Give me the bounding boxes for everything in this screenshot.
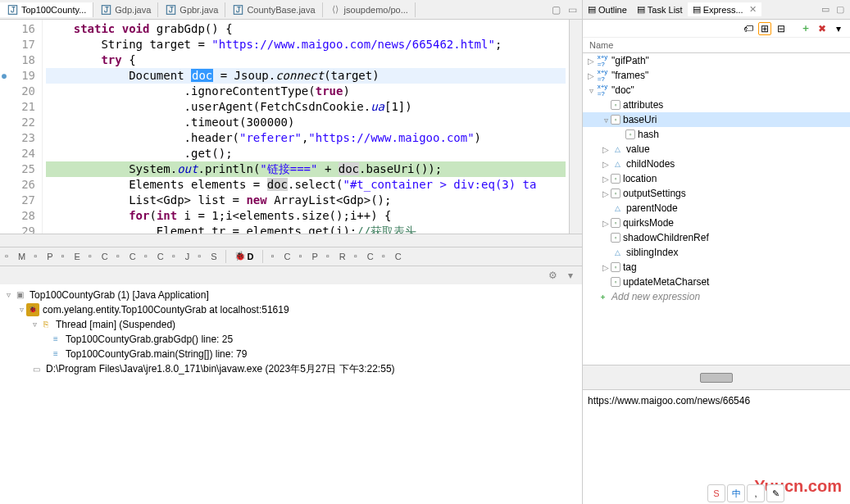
editor-tab[interactable]: ⟨⟩jsoupdemo/po... bbox=[323, 2, 416, 17]
twisty-icon[interactable]: ▷ bbox=[601, 219, 611, 228]
view-tab[interactable]: ▤Task List bbox=[632, 2, 688, 16]
twisty-icon[interactable]: ▿ bbox=[30, 320, 39, 329]
remove-expression-icon[interactable]: ✖ bbox=[816, 22, 829, 35]
debug-view[interactable]: ▿▣Top100CountyGrab (1) [Java Application… bbox=[0, 284, 582, 505]
vertical-scrollbar[interactable] bbox=[569, 20, 582, 234]
toolbar-button[interactable]: ▫M bbox=[5, 251, 25, 262]
twisty-icon[interactable]: ▷ bbox=[601, 175, 611, 184]
os-taskbar-hint: S 中 , ✎ bbox=[707, 484, 784, 502]
toolbar-button[interactable]: ▫C bbox=[89, 251, 108, 262]
editor-tab[interactable]: 🄹Top100County... bbox=[0, 2, 93, 17]
expression-item[interactable]: ◦attributes bbox=[583, 98, 850, 112]
toolbar-button[interactable]: ▫P bbox=[34, 251, 52, 262]
twisty-icon[interactable] bbox=[586, 293, 596, 302]
add-expression-row[interactable]: ＋Add new expression bbox=[583, 289, 850, 304]
toolbar-button[interactable]: 🐞D bbox=[234, 251, 254, 262]
expression-item[interactable]: ▷x+y=?"gifPath" bbox=[583, 53, 850, 68]
twisty-icon[interactable] bbox=[616, 130, 625, 139]
expression-item[interactable]: ▿x+y=?"doc" bbox=[583, 83, 850, 98]
toolbar-button[interactable]: ▫C bbox=[144, 251, 164, 262]
launch-label: Top100CountyGrab (1) [Java Application] bbox=[30, 289, 209, 301]
twisty-icon[interactable] bbox=[601, 101, 611, 110]
view-tab[interactable]: ▤Express...✕ bbox=[688, 2, 761, 16]
tab-label: Top100County... bbox=[21, 5, 86, 15]
field-icon: ◦ bbox=[611, 174, 620, 184]
expression-item[interactable]: ▷△childNodes bbox=[583, 157, 850, 171]
twisty-icon[interactable]: ▷ bbox=[601, 189, 611, 198]
minimize-icon[interactable]: ▭ bbox=[819, 3, 832, 16]
editor-tab[interactable]: 🄹CountyBase.java bbox=[225, 2, 322, 17]
frame-label[interactable]: Top100CountyGrab.grabGdp() line: 25 bbox=[66, 334, 233, 345]
breakpoint-icon[interactable]: ● bbox=[2, 68, 7, 84]
editor-tab[interactable]: 🄹Gdp.java bbox=[93, 2, 158, 17]
add-expression-icon[interactable]: ＋ bbox=[799, 22, 812, 35]
toolbar-label: C bbox=[130, 252, 136, 261]
expression-item[interactable]: ▷◦quirksMode bbox=[583, 216, 850, 230]
twisty-icon[interactable]: ▿ bbox=[3, 290, 13, 299]
java-file-icon: 🄹 bbox=[165, 4, 176, 16]
show-logical-icon[interactable]: ⊞ bbox=[758, 22, 771, 35]
expression-item[interactable]: △siblingIndex bbox=[583, 245, 850, 260]
debug-tool-2-icon[interactable]: ▾ bbox=[564, 269, 577, 282]
expression-item[interactable]: ▷◦location bbox=[583, 171, 850, 186]
expression-item[interactable]: ◦updateMetaCharset bbox=[583, 275, 850, 289]
twisty-icon[interactable]: ▷ bbox=[586, 71, 596, 80]
twisty-icon[interactable]: ▷ bbox=[601, 145, 611, 154]
expression-item[interactable]: ▷x+y=?"frames" bbox=[583, 68, 850, 83]
line-number: 29 bbox=[2, 224, 35, 234]
toolbar-button[interactable]: ▫C bbox=[354, 251, 374, 262]
twisty-icon[interactable]: ▿ bbox=[601, 116, 611, 125]
toolbar-button[interactable]: ▫E bbox=[61, 251, 80, 262]
maximize-icon[interactable]: ▢ bbox=[549, 3, 562, 16]
expression-item[interactable]: ◦hash bbox=[583, 127, 850, 142]
maximize-icon[interactable]: ▢ bbox=[834, 3, 847, 16]
toolbar-button[interactable]: ▫R bbox=[326, 251, 346, 262]
expression-item[interactable]: ▷△value bbox=[583, 142, 850, 157]
toolbar-button[interactable]: ▫C bbox=[116, 251, 136, 262]
show-type-icon[interactable]: 🏷 bbox=[742, 22, 755, 35]
toolbar-button[interactable]: ▫C bbox=[271, 251, 291, 262]
toolbar-button[interactable]: ▫S bbox=[198, 251, 216, 262]
twisty-icon[interactable]: ▿ bbox=[586, 86, 596, 95]
frame-label[interactable]: Top100CountyGrab.main(String[]) line: 79 bbox=[66, 348, 247, 360]
field-icon: ◦ bbox=[611, 115, 620, 125]
line-number: 20 bbox=[2, 84, 35, 99]
twisty-icon[interactable]: ▷ bbox=[601, 263, 611, 272]
view-tab-label: Express... bbox=[703, 5, 743, 15]
toolbar-button[interactable]: ▫P bbox=[298, 251, 317, 262]
editor-tab[interactable]: 🄹Gpbr.java bbox=[158, 2, 225, 17]
code-area[interactable]: static void grabGdp() { String target = … bbox=[43, 20, 569, 234]
twisty-icon[interactable]: ▷ bbox=[601, 160, 611, 169]
view-tab[interactable]: ▤Outline bbox=[583, 2, 632, 16]
debug-tool-1-icon[interactable]: ⚙ bbox=[546, 269, 559, 282]
expression-item[interactable]: ▷◦tag bbox=[583, 260, 850, 275]
close-icon[interactable]: ✕ bbox=[749, 4, 757, 15]
horizontal-scrollbar[interactable] bbox=[0, 234, 582, 247]
expression-item[interactable]: ▷◦outputSettings bbox=[583, 186, 850, 201]
collapse-all-icon[interactable]: ⊟ bbox=[775, 22, 788, 35]
twisty-icon[interactable] bbox=[601, 278, 611, 287]
view-tab-icon: ▤ bbox=[637, 4, 645, 15]
expressions-tree: ▷x+y=?"gifPath"▷x+y=?"frames"▿x+y=?"doc"… bbox=[583, 53, 850, 365]
line-gutter: 161718●19202122232425262728293031 bbox=[0, 20, 43, 234]
twisty-icon[interactable]: ▷ bbox=[586, 57, 596, 66]
toolbar-button[interactable]: ▫C bbox=[382, 251, 402, 262]
expressions-toolbar: 🏷 ⊞ ⊟ ＋ ✖ ▾ bbox=[583, 20, 850, 38]
twisty-icon[interactable] bbox=[601, 248, 611, 257]
expression-item[interactable]: ◦shadowChildrenRef bbox=[583, 230, 850, 245]
expression-item[interactable]: ▿◦baseUri bbox=[583, 112, 850, 127]
process-label: D:\Program Files\Java\jre1.8.0_171\bin\j… bbox=[46, 362, 395, 376]
toolbar-label: S bbox=[211, 252, 216, 261]
minimize-icon[interactable]: ▭ bbox=[566, 3, 579, 16]
toolbar-button[interactable]: ▫J bbox=[172, 251, 190, 262]
twisty-icon[interactable] bbox=[601, 204, 611, 213]
toolbar-icon: ▫ bbox=[298, 251, 310, 262]
expression-item[interactable]: △parentNode bbox=[583, 201, 850, 216]
view-menu-icon[interactable]: ▾ bbox=[832, 22, 845, 35]
expressions-scrollbar[interactable] bbox=[583, 365, 850, 389]
process-icon: ▭ bbox=[30, 362, 43, 375]
object-icon: △ bbox=[611, 202, 624, 214]
twisty-icon[interactable] bbox=[601, 234, 611, 243]
twisty-icon[interactable]: ▿ bbox=[16, 305, 26, 314]
toolbar-label: C bbox=[157, 252, 164, 261]
